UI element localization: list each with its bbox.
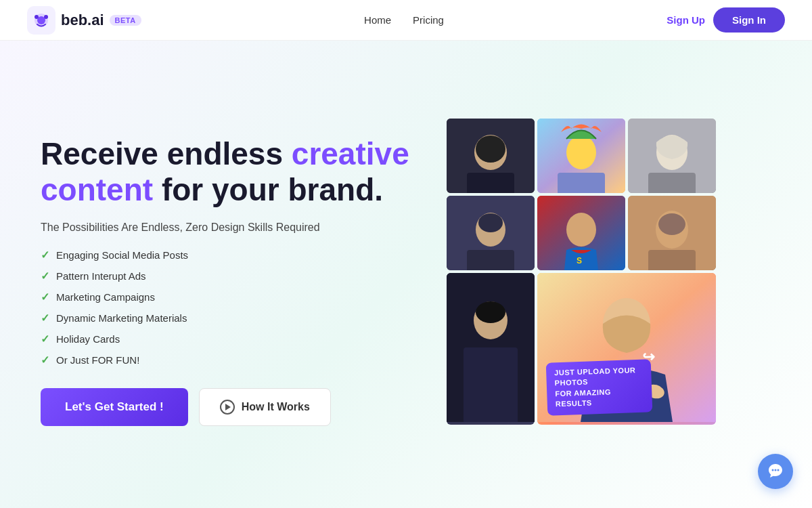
how-it-works-button[interactable]: How It Works: [199, 388, 331, 426]
logo-text: beb.ai: [61, 12, 104, 29]
feature-4: ✓Dynamic Marketing Materials: [41, 312, 420, 324]
feature-3: ✓Marketing Campaigns: [41, 291, 420, 303]
banner-line1: JUST UPLOAD YOUR PHOTOS: [554, 366, 636, 388]
hero-left: Receive endless creative content for you…: [41, 136, 447, 426]
grid-cell-4: [447, 196, 535, 270]
person-1-icon: [447, 119, 535, 193]
svg-point-24: [658, 213, 685, 235]
svg-rect-14: [648, 173, 696, 193]
grid-cell-hero: JUST UPLOAD YOUR PHOTOS FOR AMAZING RESU…: [537, 273, 716, 425]
upload-banner: JUST UPLOAD YOUR PHOTOS FOR AMAZING RESU…: [546, 360, 653, 416]
check-icon-5: ✓: [41, 333, 49, 345]
get-started-button[interactable]: Let's Get Started !: [41, 388, 188, 426]
feature-1: ✓Engaging Social Media Posts: [41, 249, 420, 261]
headline-creative: creative: [292, 136, 409, 171]
svg-rect-25: [648, 250, 696, 270]
curl-arrow-icon: ↩: [641, 347, 655, 368]
check-icon-1: ✓: [41, 249, 49, 261]
svg-rect-18: [467, 250, 514, 270]
hero-image-grid: S: [447, 119, 731, 444]
nav-pricing[interactable]: Pricing: [413, 14, 444, 26]
check-icon-3: ✓: [41, 291, 49, 303]
logo[interactable]: beb.ai BETA: [27, 6, 141, 35]
headline-content: content: [41, 172, 153, 207]
grid-cell-bottom-left: [447, 273, 535, 425]
headline: Receive endless creative content for you…: [41, 136, 420, 208]
play-icon: [220, 400, 235, 415]
headline-part3: for your brand.: [153, 172, 383, 207]
svg-point-3: [35, 15, 39, 19]
svg-rect-11: [558, 173, 605, 193]
cta-row: Let's Get Started ! How It Works: [41, 388, 420, 426]
chat-bubble[interactable]: [758, 454, 793, 489]
nav-links: Home Pricing: [364, 14, 444, 26]
svg-text:S: S: [577, 256, 582, 266]
nav-home[interactable]: Home: [364, 14, 391, 26]
nav-actions: Sign Up Sign In: [667, 7, 785, 33]
check-icon-4: ✓: [41, 312, 49, 324]
feature-2: ✓Pattern Interupt Ads: [41, 270, 420, 282]
svg-point-7: [476, 135, 505, 163]
beta-badge: BETA: [110, 15, 141, 26]
svg-point-17: [478, 213, 503, 232]
svg-point-20: [566, 213, 596, 247]
subheadline: The Possibilities Are Endless, Zero Desi…: [41, 221, 420, 234]
person-4-icon: [447, 196, 535, 270]
person-3-icon: [628, 119, 716, 193]
svg-rect-8: [467, 173, 514, 193]
check-icon-2: ✓: [41, 270, 49, 282]
person-5-icon: S: [537, 196, 625, 270]
grid-cell-6: [628, 196, 716, 270]
navbar: beb.ai BETA Home Pricing Sign Up Sign In: [0, 0, 812, 41]
headline-part1: Receive endless: [41, 136, 292, 171]
grid-cell-3: [628, 119, 716, 193]
svg-point-4: [44, 15, 48, 19]
signup-button[interactable]: Sign Up: [667, 14, 705, 26]
features-list: ✓Engaging Social Media Posts ✓Pattern In…: [41, 249, 420, 366]
main-content: Receive endless creative content for you…: [0, 41, 812, 508]
svg-point-36: [777, 469, 780, 471]
svg-point-28: [476, 301, 505, 323]
banner-line2: FOR AMAZING RESULTS: [555, 388, 611, 408]
grid-cell-5: S: [537, 196, 625, 270]
feature-5: ✓Holiday Cards: [41, 333, 420, 345]
how-it-works-label: How It Works: [242, 401, 310, 413]
check-icon-6: ✓: [41, 354, 49, 366]
feature-6: ✓Or Just FOR FUN!: [41, 354, 420, 366]
logo-icon: [27, 6, 55, 35]
signin-button[interactable]: Sign In: [713, 7, 785, 33]
play-triangle: [225, 404, 231, 410]
svg-point-35: [775, 469, 777, 471]
person-2-icon: [537, 119, 625, 193]
svg-point-34: [772, 469, 774, 471]
svg-point-10: [566, 135, 596, 169]
svg-rect-29: [464, 347, 518, 422]
person-6-icon: [628, 196, 716, 270]
grid-cell-1: [447, 119, 535, 193]
chat-icon: [767, 463, 784, 480]
grid-cell-2: [537, 119, 625, 193]
person-bottom-left-icon: [447, 273, 535, 422]
